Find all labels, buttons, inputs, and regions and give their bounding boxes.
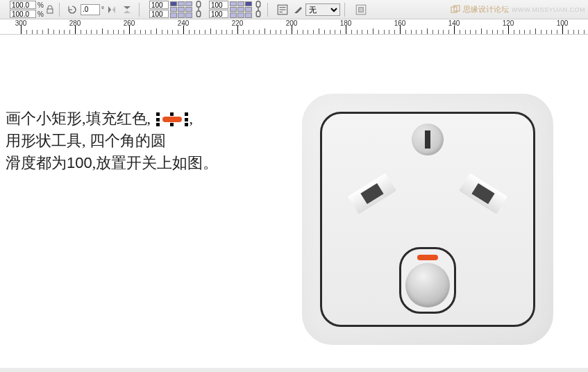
horizontal-ruler[interactable]: 300280260240220200180160140120100 (0, 19, 588, 35)
switch-led-indicator (417, 255, 438, 260)
scale-y-input[interactable] (10, 10, 36, 18)
corner-radius-left-group (149, 0, 203, 20)
svg-rect-4 (256, 1, 260, 6)
watermark: 思缘设计论坛 WWW.MISSYUAN.COM (451, 4, 585, 15)
corner-tl-input[interactable] (149, 1, 169, 9)
svg-rect-5 (256, 10, 260, 16)
corner-link-icon[interactable] (194, 0, 203, 20)
outline-width-select[interactable]: 无 (305, 3, 340, 16)
svg-rect-2 (196, 10, 201, 16)
mirror-horizontal-button[interactable] (106, 3, 118, 16)
divider (139, 3, 140, 17)
watermark-icon (451, 5, 460, 15)
property-toolbar: % % ° (0, 0, 588, 19)
watermark-text: 思缘设计论坛 (463, 4, 509, 15)
rotation-input-group: ° (81, 4, 104, 15)
switch-button (405, 263, 450, 307)
convert-curve-icon[interactable] (355, 3, 367, 16)
instruction-text: 画个小矩形,填充红色, , 用形状工具, 四个角的圆 滑度都为100,放置开关上… (6, 108, 218, 174)
svg-rect-0 (47, 9, 53, 13)
mirror-vertical-button[interactable] (121, 3, 133, 16)
outline-group: 无 (293, 3, 340, 16)
percent-label: % (37, 10, 44, 18)
socket-right-pin (459, 173, 507, 214)
bottom-fade (0, 368, 588, 372)
svg-rect-1 (196, 1, 201, 6)
canvas-area[interactable]: 画个小矩形,填充红色, , 用形状工具, 四个角的圆 滑度都为100,放置开关上… (0, 35, 588, 368)
corner-bl-input[interactable] (149, 10, 169, 18)
lock-icon[interactable] (45, 5, 55, 15)
divider (344, 3, 345, 17)
socket-switch (399, 247, 456, 314)
svg-rect-12 (359, 7, 364, 12)
watermark-url: WWW.MISSYUAN.COM (512, 6, 585, 13)
socket-illustration (302, 94, 553, 345)
text-wrap-icon[interactable] (276, 3, 289, 16)
corner-selector-left[interactable] (170, 1, 192, 18)
pen-icon (293, 5, 303, 15)
corner-radius-right-group (209, 0, 263, 20)
rotation-input[interactable] (81, 4, 100, 15)
divider (59, 3, 60, 17)
rotation-reset-icon[interactable] (67, 4, 78, 15)
divider (267, 3, 268, 17)
socket-inner-frame (320, 112, 535, 327)
scale-x-input[interactable] (10, 1, 36, 9)
selection-handles-icon (156, 112, 188, 126)
corner-br-input[interactable] (209, 10, 228, 18)
percent-label: % (37, 1, 44, 9)
corner-tr-input[interactable] (209, 1, 228, 9)
corner-selector-right[interactable] (230, 1, 252, 18)
socket-top-pin (412, 124, 444, 155)
scale-inputs: % % (10, 1, 44, 18)
socket-left-pin (348, 173, 396, 214)
corner-link-icon-2[interactable] (253, 0, 263, 20)
degree-label: ° (101, 6, 104, 13)
